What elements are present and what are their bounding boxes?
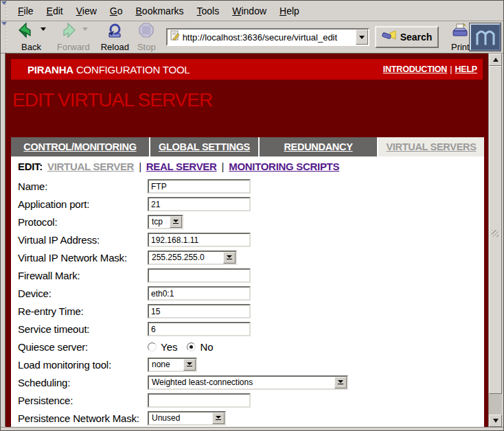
quiesce-server-yes-radio[interactable] <box>148 342 157 351</box>
application-port-input[interactable] <box>148 197 251 211</box>
persistence-label: Persistence: <box>11 395 148 406</box>
name-input[interactable] <box>148 179 251 194</box>
subnav-separator: | <box>222 161 225 172</box>
form-row-application-port: Application port: <box>11 195 484 213</box>
subnav-link-monitoring-scripts[interactable]: MONITORING SCRIPTS <box>229 161 339 172</box>
device-input[interactable] <box>148 286 251 301</box>
subnav-link-real-server[interactable]: REAL SERVER <box>146 161 217 172</box>
menu-tools[interactable]: Tools <box>197 5 220 16</box>
collapse-arrow-icon <box>1 22 7 25</box>
virtual-ip-network-mask-select[interactable]: 255.255.255.0 <box>148 251 237 265</box>
dropdown-arrow-icon[interactable] <box>170 216 182 228</box>
back-dropdown-icon[interactable] <box>41 27 46 31</box>
protocol-selected-value: tcp <box>149 217 170 226</box>
url-history-dropdown[interactable] <box>356 30 368 45</box>
subnav-link-virtual-server[interactable]: VIRTUAL SERVER <box>47 161 134 172</box>
stop-label: Stop <box>137 42 156 52</box>
persistence-network-mask-label: Persistence Network Mask: <box>11 412 148 424</box>
toolbar-grippy[interactable] <box>2 21 12 53</box>
search-button[interactable]: Search <box>375 26 439 48</box>
printer-icon <box>450 23 470 41</box>
virtual-ip-network-mask-label: Virtual IP Network Mask: <box>11 252 148 264</box>
scheduling-select[interactable]: Weighted least-connections <box>148 375 348 390</box>
url-bar[interactable]: http://localhost:3636/secure/virtual_edi… <box>166 28 369 46</box>
collapse-arrow-icon <box>1 1 7 5</box>
form-row-persistence: Persistence: <box>11 391 484 409</box>
reload-icon <box>106 22 124 42</box>
forward-dropdown-icon[interactable] <box>82 27 88 31</box>
mozilla-logo[interactable] <box>470 23 501 51</box>
form-row-persistence-network-mask: Persistence Network Mask:Unused <box>11 409 484 427</box>
dropdown-arrow-icon[interactable] <box>183 359 196 371</box>
toolbar-grippy[interactable] <box>2 1 12 21</box>
arrow-down-icon <box>493 419 499 423</box>
menu-view[interactable]: View <box>76 5 97 16</box>
persistence-input[interactable] <box>148 393 251 408</box>
reload-button[interactable]: Reload <box>99 22 131 53</box>
tab-redundancy[interactable]: REDUNDANCY <box>260 137 377 156</box>
dropdown-arrow-icon[interactable] <box>223 252 236 264</box>
dropdown-arrow-icon[interactable] <box>334 377 347 388</box>
scroll-down-button[interactable] <box>489 415 502 427</box>
bookmark-page-icon[interactable] <box>170 30 180 44</box>
subnav-separator: | <box>139 161 141 172</box>
help-link[interactable]: HELP <box>455 65 477 74</box>
url-input[interactable]: http://localhost:3636/secure/virtual_edi… <box>183 32 356 43</box>
firewall-mark-label: Firewall Mark: <box>11 270 148 281</box>
form-row-service-timeout: Service timeout: <box>11 320 484 338</box>
form-row-re-entry-time: Re-entry Time: <box>11 302 484 320</box>
protocol-label: Protocol: <box>11 216 148 228</box>
load-monitoring-tool-selected-value: none <box>149 360 183 369</box>
form-row-quiesce-server: Quiesce server:YesNo <box>11 338 484 356</box>
menu-go[interactable]: Go <box>110 5 123 16</box>
vertical-scrollbar[interactable] <box>488 54 502 427</box>
persistence-network-mask-selected-value: Unused <box>149 413 212 423</box>
menu-items: FileEditViewGoBookmarksToolsWindowHelp <box>12 5 299 16</box>
menu-file[interactable]: File <box>18 5 34 16</box>
form-row-device: Device: <box>11 284 484 302</box>
print-button[interactable]: Print <box>448 22 472 53</box>
stop-icon <box>138 22 154 42</box>
page-title: EDIT VIRTUAL SERVER <box>12 89 212 111</box>
menu-bookmarks[interactable]: Bookmarks <box>136 5 184 16</box>
menu-edit[interactable]: Edit <box>47 5 63 16</box>
header-link-separator: | <box>450 65 452 74</box>
tab-global-settings[interactable]: GLOBAL SETTINGS <box>150 137 258 156</box>
arrow-up-icon <box>493 58 499 62</box>
name-label: Name: <box>11 180 148 192</box>
piranha-title-banner: PIRANHA CONFIGURATION TOOL INTRODUCTION … <box>11 59 483 80</box>
thumb-grip-icon <box>492 230 499 237</box>
stop-button[interactable]: Stop <box>135 22 158 53</box>
device-label: Device: <box>11 288 148 299</box>
menu-window[interactable]: Window <box>232 5 266 16</box>
navigation-toolbar: Back Forward Reload Stop http://l <box>1 21 503 54</box>
firewall-mark-input[interactable] <box>148 268 251 283</box>
quiesce-server-no-radio[interactable] <box>187 342 196 351</box>
re-entry-time-input[interactable] <box>148 304 251 318</box>
service-timeout-input[interactable] <box>148 322 251 336</box>
persistence-network-mask-select[interactable]: Unused <box>148 411 226 426</box>
forward-label: Forward <box>57 42 90 52</box>
protocol-select[interactable]: tcp <box>148 215 183 229</box>
tab-control-monitoring[interactable]: CONTROL/MONITORING <box>11 137 149 156</box>
virtual-ip-address-input[interactable] <box>148 233 251 247</box>
scrollbar-thumb[interactable] <box>489 66 502 394</box>
back-button[interactable]: Back <box>14 22 48 53</box>
edit-subnav: EDIT:VIRTUAL SERVER|REAL SERVER|MONITORI… <box>11 156 484 176</box>
service-timeout-label: Service timeout: <box>11 323 148 335</box>
tab-virtual-servers[interactable]: VIRTUAL SERVERS <box>378 137 484 156</box>
introduction-link[interactable]: INTRODUCTION <box>383 65 447 74</box>
content-panel: CONTROL/MONITORINGGLOBAL SETTINGSREDUNDA… <box>11 137 484 427</box>
virtual-ip-network-mask-selected-value: 255.255.255.0 <box>149 253 223 262</box>
re-entry-time-label: Re-entry Time: <box>11 305 148 317</box>
forward-button[interactable]: Forward <box>55 22 92 53</box>
dropdown-arrow-icon[interactable] <box>212 412 225 424</box>
scroll-up-button[interactable] <box>489 54 502 66</box>
form-row-virtual-ip-network-mask: Virtual IP Network Mask:255.255.255.0 <box>11 248 484 266</box>
print-label: Print <box>451 42 470 52</box>
browser-viewport: PIRANHA CONFIGURATION TOOL INTRODUCTION … <box>5 54 488 427</box>
menu-help[interactable]: Help <box>279 5 299 16</box>
load-monitoring-tool-select[interactable]: none <box>148 358 197 372</box>
app-title: PIRANHA CONFIGURATION TOOL <box>27 64 190 75</box>
form-row-virtual-ip-address: Virtual IP Address: <box>11 231 484 248</box>
